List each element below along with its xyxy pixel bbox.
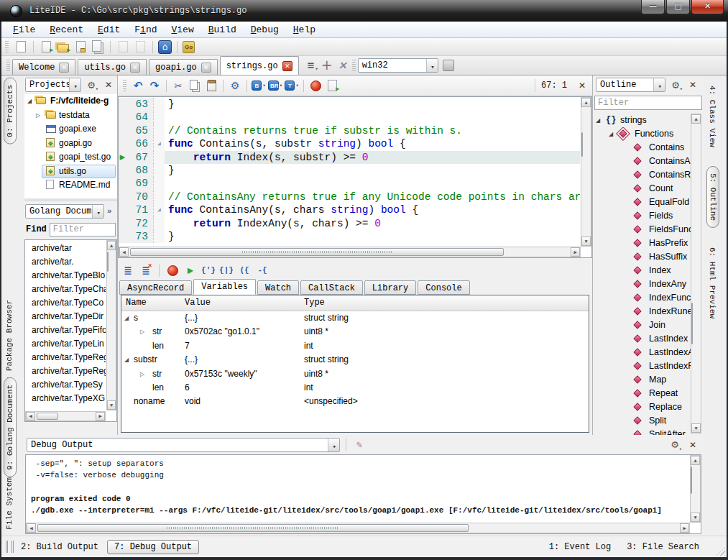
outline-item-HasPrefix[interactable]: HasPrefix [593,237,691,250]
outline-item-Repeat[interactable]: Repeat [593,387,691,400]
tab-close-icon[interactable]: ✕ [282,61,292,71]
var-add-icon[interactable] [121,263,135,277]
outline-item-Split[interactable]: Split [593,414,691,428]
menu-item-find[interactable]: Find [127,23,164,37]
doc-list-item[interactable]: archive/tar.TypeSy [26,378,106,392]
target-options-button[interactable] [443,60,454,71]
code-line[interactable]: 72 return IndexAny(s, chars) >= 0 [119,217,580,230]
projects-combo[interactable]: Projects [25,78,81,92]
statusbar-3-file-search[interactable]: 3: File Search [627,542,699,552]
outline-item-IndexRune[interactable]: IndexRune [593,305,691,318]
outline-item-Count[interactable]: Count [593,182,691,196]
copy-icon[interactable] [188,78,202,93]
column-name[interactable]: Name [126,298,147,308]
test-menu-icon[interactable]: T▾ [285,78,299,93]
code-line[interactable]: 68} [119,164,580,177]
expanded-icon[interactable]: ◢ [124,311,129,325]
variable-row[interactable]: ▷str0x57153c "weekly"uint8 * [121,367,589,381]
golangdoc-combo[interactable]: Golang Document [25,204,104,219]
new-file-icon[interactable] [14,40,28,54]
tab-utils-go[interactable]: utils.go✕ [78,59,147,75]
debug-tab-callstack[interactable]: CallStack [300,280,363,295]
step-over-icon[interactable]: {'} [201,263,216,277]
outline-item-LastIndexFunc[interactable]: LastIndexFunc [593,359,691,373]
toolbar-handle[interactable] [5,41,9,52]
continue-icon[interactable] [183,263,198,277]
maximize-button[interactable]: ▢ [666,0,690,14]
rail-item-0-projects[interactable]: 0: Projects [4,78,17,144]
buildrun-menu-icon[interactable]: BR▾ [268,78,282,93]
expanded-icon[interactable]: ◢ [596,114,600,127]
debug-output-gear-icon[interactable] [668,438,682,452]
debug-tab-watch[interactable]: Watch [257,280,299,295]
tree-item-goapi_test-go[interactable]: goapi_test.go [24,150,117,165]
tree-item-goapi-exe[interactable]: goapi.exe [24,122,117,137]
editor-vscrollbar[interactable]: ▲ ▼ [581,97,591,247]
rail-item-6-html-preview[interactable]: 6: Html Preview [706,241,718,325]
code-line[interactable]: 64 [119,111,580,124]
outline-item-ContainsAny[interactable]: ContainsAny [593,155,691,168]
golangdoc-vscrollbar[interactable]: ▲ ▼ [106,240,116,410]
outline-gear-icon[interactable] [668,78,683,92]
red-dot-icon[interactable] [308,78,323,93]
doc-list-item[interactable]: archive/tar.TypeCo [26,296,106,310]
doc-list-item[interactable]: archive/tar.TypeXG [26,392,106,405]
doc-list-item[interactable]: archive/tar.TypeDir [26,310,106,323]
outline-item-Replace[interactable]: Replace [593,400,691,414]
tab-close-icon[interactable]: ✕ [201,63,211,73]
close-x-icon[interactable] [336,58,350,73]
collapsed-icon[interactable]: ▷ [140,367,144,381]
build-target-combo[interactable]: win32 [358,58,438,73]
debug-output-combo[interactable]: Debug Output [27,438,340,452]
build-menu-icon[interactable]: B▾ [252,78,266,93]
sidebar-splitter[interactable] [24,199,117,201]
save-file-icon[interactable] [73,40,88,54]
menu-item-help[interactable]: Help [286,23,323,37]
editor-hscrollbar[interactable]: ◀ ▶ [119,247,581,257]
var-del-icon[interactable] [139,263,153,277]
outline-item-ContainsRune[interactable]: ContainsRune [593,168,691,182]
statusbar-1-event-log[interactable]: 1: Event Log [549,542,611,552]
build-config-icon[interactable] [228,78,242,93]
tab-Welcome[interactable]: Welcome✕ [12,59,75,75]
tab-goapi-go[interactable]: goapi.go✕ [149,59,218,75]
outline-filter-input[interactable] [594,96,702,110]
open-folder-icon[interactable] [56,40,70,54]
code-line[interactable]: 66◢func Contains(s, substr string) bool … [119,137,580,150]
doc-list-item[interactable]: archive/tar.TypeLin [26,337,106,351]
column-value[interactable]: Value [185,298,211,308]
code-line[interactable]: 70// ContainsAny returns true if any Uni… [119,191,580,203]
variable-row[interactable]: ▷str0x5702ac "go1.0.1"uint8 * [121,325,589,339]
save-all-icon[interactable] [91,40,105,54]
gear-icon[interactable] [84,78,98,92]
cut-icon[interactable] [171,78,185,93]
tab-strings-go[interactable]: strings.go✕ [220,56,299,75]
statusbar-2-build-output[interactable]: 2: Build Output [21,542,98,552]
editor-close-icon[interactable] [575,78,589,93]
tree-item-F-vfc-liteide-g[interactable]: ◢F:/vfc/liteide-g [24,94,117,109]
debug-output-hscrollbar[interactable]: ◀ ▶ [26,523,690,533]
expanded-icon[interactable]: ◢ [609,127,613,141]
statusbar-7-debug-output[interactable]: 7: Debug Output [107,540,199,554]
go-env-icon[interactable] [183,41,195,53]
doc-list-item[interactable]: archive/tar. [26,255,106,269]
variable-row[interactable]: ◢substr{...}struct string [121,353,589,367]
tree-item-testdata[interactable]: ▷testdata [24,109,117,123]
tree-item-README-md[interactable]: README.md [24,178,117,193]
statusbar-grip[interactable] [6,541,14,553]
outline-item-LastIndex[interactable]: LastIndex [593,332,691,346]
collapsed-icon[interactable]: ▷ [36,109,40,123]
step-out-icon[interactable]: ({ [237,263,252,277]
menu-item-debug[interactable]: Debug [244,23,286,37]
code-line[interactable]: 67 return Index(s, substr) >= 0▶ [119,151,580,164]
clear-output-icon[interactable] [352,438,367,452]
code-line[interactable]: 63} [119,98,580,111]
code-line[interactable]: 71◢func ContainsAny(s, chars string) boo… [119,203,580,216]
run-to-line-icon[interactable]: -{ [255,263,269,277]
outline-item-strings[interactable]: ◢{}strings [593,114,691,127]
doc-list-item[interactable]: archive/tar.TypeReg [26,351,106,364]
code-line[interactable]: 65// Contains returns true if substr is … [119,124,580,137]
target-handle[interactable] [352,60,356,71]
outline-item-Fields[interactable]: Fields [593,209,691,223]
outline-item-Join[interactable]: Join [593,318,691,332]
